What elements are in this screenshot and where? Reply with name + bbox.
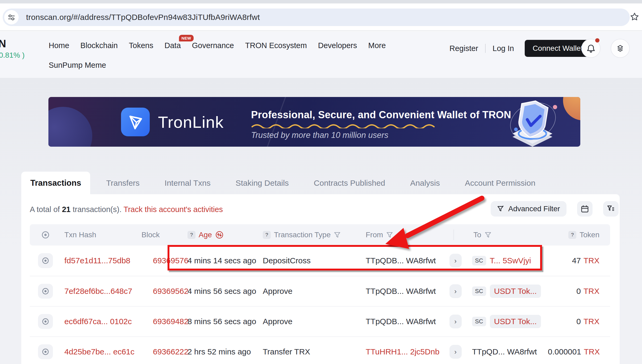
- banner-decor-circle: [48, 107, 92, 147]
- nav-governance[interactable]: Governance: [192, 41, 234, 50]
- nav-sunpump-meme[interactable]: SunPump Meme: [49, 61, 106, 70]
- amount-cell: 0 TRX: [548, 287, 610, 296]
- preview-eye-button[interactable]: [38, 253, 53, 268]
- browser-top-strip: [0, 0, 642, 3]
- tron-logo-partial: N: [0, 38, 6, 50]
- txn-hash-link[interactable]: 7ef28ef6bc...648c7: [61, 287, 138, 296]
- to-filter-icon[interactable]: [485, 231, 491, 238]
- from-address[interactable]: TTuHRH1... 2jc5Dnb: [360, 347, 443, 356]
- age-label[interactable]: Age: [199, 231, 212, 239]
- nav-data[interactable]: DataNEW: [165, 41, 181, 50]
- block-link[interactable]: 69369482: [138, 317, 184, 326]
- connect-wallet-button[interactable]: Connect Wallet: [525, 40, 591, 57]
- table-row: fd57e1d11...75db8 69369576 4 mins 14 sec…: [30, 246, 610, 276]
- tab-analysis[interactable]: Analysis: [401, 172, 449, 194]
- nav-blockchain[interactable]: Blockchain: [80, 41, 118, 50]
- tab-bar: Transactions Transfers Internal Txns Sta…: [21, 172, 544, 194]
- to-address[interactable]: T... 5SwVjyi: [490, 256, 531, 265]
- token-help-icon[interactable]: ?: [568, 231, 576, 239]
- bookmark-star-icon[interactable]: [629, 11, 640, 23]
- calendar-icon: [581, 205, 589, 213]
- tab-transfers[interactable]: Transfers: [97, 172, 149, 194]
- tab-transactions[interactable]: Transactions: [21, 172, 90, 194]
- transaction-type-value: Approve: [258, 317, 360, 326]
- tab-staking-details[interactable]: Staking Details: [227, 172, 298, 194]
- from-address[interactable]: TTpQDB... WA8rfwt: [360, 317, 443, 326]
- table-header: Txn Hash Block ? Age ? Transaction Type …: [30, 224, 610, 246]
- summary-prefix: A total of: [30, 205, 60, 214]
- to-address-cell: SC USDT Tok...: [468, 315, 548, 328]
- sc-badge: SC: [472, 256, 486, 265]
- amount-value: 0: [576, 287, 581, 296]
- track-activities-link[interactable]: Track this account's activities: [124, 205, 223, 214]
- header-icon-buttons: [581, 39, 630, 58]
- to-label: To: [473, 231, 481, 239]
- to-address[interactable]: TTpQD... WA8rfwt: [472, 347, 537, 356]
- eye-icon: [41, 230, 50, 239]
- block-link[interactable]: 69369562: [138, 287, 184, 296]
- notifications-bell-button[interactable]: [581, 39, 601, 58]
- type-help-icon[interactable]: ?: [263, 231, 271, 239]
- banner-subline: Trusted by more than 10 million users: [251, 130, 388, 140]
- from-label: From: [366, 231, 383, 239]
- token-symbol[interactable]: TRX: [583, 287, 599, 296]
- advanced-filter-button[interactable]: Advanced Filter: [491, 201, 566, 217]
- nav-more[interactable]: More: [368, 41, 386, 50]
- token-symbol[interactable]: TRX: [583, 317, 599, 326]
- transaction-type-value: Transfer TRX: [258, 347, 360, 356]
- age-toggle-icon[interactable]: [215, 231, 224, 239]
- type-filter-icon[interactable]: [334, 231, 341, 238]
- txn-hash-link[interactable]: 4d25be7be... ec61c: [61, 347, 138, 356]
- age-value: 8 mins 56 secs ago: [184, 317, 258, 326]
- browser-address-bar: tronscan.org/#/address/TTpQDBofevPn94w83…: [0, 3, 642, 31]
- resources-stack-button[interactable]: [611, 39, 630, 58]
- block-link[interactable]: 69369576: [138, 256, 184, 265]
- nav-developers[interactable]: Developers: [318, 41, 357, 50]
- token-symbol[interactable]: TRX: [584, 347, 600, 356]
- header-txn-hash: Txn Hash: [61, 231, 138, 239]
- to-token-pill[interactable]: USDT Tok...: [490, 285, 541, 298]
- age-help-icon[interactable]: ?: [187, 231, 195, 239]
- tab-account-permission[interactable]: Account Permission: [456, 172, 544, 194]
- filter-list-icon: [607, 205, 615, 213]
- table-toolbar: Advanced Filter: [491, 201, 619, 217]
- notification-dot: [595, 38, 599, 43]
- to-token-pill[interactable]: USDT Tok...: [490, 315, 541, 328]
- tab-internal-txns[interactable]: Internal Txns: [156, 172, 220, 194]
- age-value: 4 mins 14 secs ago: [184, 256, 258, 265]
- banner-wavy-underline: [251, 124, 440, 128]
- block-link[interactable]: 69366222: [138, 347, 184, 356]
- token-symbol[interactable]: TRX: [583, 256, 599, 265]
- transactions-table: fd57e1d11...75db8 69369576 4 mins 14 sec…: [30, 246, 610, 364]
- tronlink-banner[interactable]: TronLink Professional, Secure, and Conve…: [48, 97, 580, 147]
- register-link[interactable]: Register: [449, 44, 478, 53]
- login-link[interactable]: Log In: [493, 44, 514, 53]
- txn-hash-link[interactable]: fd57e1d11...75db8: [61, 256, 138, 265]
- sc-badge: SC: [472, 286, 486, 296]
- site-permissions-icon[interactable]: [4, 10, 19, 24]
- nav-tokens[interactable]: Tokens: [129, 41, 153, 50]
- url-bar[interactable]: tronscan.org/#/address/TTpQDBofevPn94w83…: [3, 9, 630, 26]
- shield-graphic: [501, 97, 567, 147]
- auth-area: Register Log In Connect Wallet: [449, 40, 591, 57]
- preview-eye-button[interactable]: [38, 314, 53, 329]
- url-text[interactable]: tronscan.org/#/address/TTpQDBofevPn94w83…: [26, 13, 260, 22]
- tab-contracts-published[interactable]: Contracts Published: [305, 172, 394, 194]
- date-range-button[interactable]: [577, 201, 593, 217]
- banner-headline: Professional, Secure, and Convenient Wal…: [251, 109, 511, 121]
- from-address[interactable]: TTpQDB... WA8rfwt: [360, 287, 443, 296]
- main-nav: Home Blockchain Tokens DataNEW Governanc…: [49, 41, 386, 50]
- from-filter-icon[interactable]: [386, 231, 393, 238]
- preview-eye-button[interactable]: [38, 344, 53, 359]
- direction-chevron: ›: [449, 345, 462, 359]
- txn-hash-link[interactable]: ec6df67ca... 0102c: [61, 317, 138, 326]
- nav-tron-ecosystem[interactable]: TRON Ecosystem: [245, 41, 307, 50]
- preview-eye-button[interactable]: [38, 284, 53, 299]
- new-badge: NEW: [179, 35, 194, 41]
- advanced-filter-label: Advanced Filter: [508, 205, 560, 213]
- nav-home[interactable]: Home: [49, 41, 69, 50]
- from-address[interactable]: TTpQDB... WA8rfwt: [360, 256, 443, 265]
- column-filter-button[interactable]: [603, 201, 619, 217]
- header-eye-icon[interactable]: [30, 230, 61, 239]
- trx-price-ticker-partial: 0.81% ): [0, 51, 25, 60]
